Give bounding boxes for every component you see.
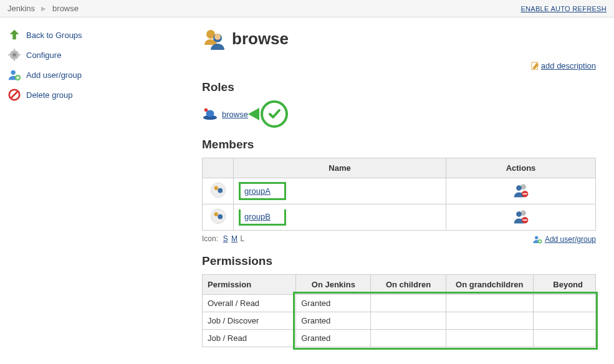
delete-group-link[interactable]: Delete group <box>26 90 72 100</box>
breadcrumb-jenkins[interactable]: Jenkins <box>7 4 35 13</box>
svg-rect-30 <box>522 219 527 221</box>
role-hat-icon <box>202 107 218 121</box>
perm-grand <box>446 312 533 330</box>
perm-beyond <box>533 312 595 330</box>
sidebar: Back to Groups Configure Add user/group … <box>0 17 193 360</box>
perm-children <box>371 295 446 312</box>
group-icon <box>202 26 227 51</box>
remove-user-icon[interactable] <box>512 209 530 224</box>
role-browse-link[interactable]: browse <box>222 110 248 119</box>
icon-size-l: L <box>240 234 244 243</box>
svg-point-19 <box>218 188 223 193</box>
callout-arrow-icon <box>248 108 259 120</box>
permissions-table: Permission On Jenkins On children On gra… <box>202 274 596 347</box>
group-icon <box>210 182 226 198</box>
perm-col-permission: Permission <box>203 275 296 295</box>
svg-line-9 <box>11 92 18 98</box>
icon-size-m[interactable]: M <box>231 234 237 243</box>
svg-rect-2 <box>14 49 15 51</box>
configure-link[interactable]: Configure <box>26 50 61 60</box>
edit-icon <box>531 62 540 70</box>
gear-icon <box>7 48 21 62</box>
members-col-name[interactable]: Name <box>234 158 446 178</box>
perm-children <box>371 330 446 347</box>
perm-grand <box>446 330 533 347</box>
svg-point-1 <box>12 53 16 57</box>
table-row: Job / Read Granted <box>203 330 596 347</box>
svg-point-28 <box>516 211 522 217</box>
check-badge-icon <box>261 100 288 128</box>
arrow-up-icon <box>7 28 21 42</box>
perm-children <box>371 312 446 330</box>
table-row: Overall / Read Granted <box>203 295 596 312</box>
perm-name: Overall / Read <box>203 295 296 312</box>
breadcrumb-browse[interactable]: browse <box>52 4 79 13</box>
add-user-group-link-bottom[interactable]: Add user/group <box>545 235 596 244</box>
perm-jenkins: Granted <box>296 295 371 312</box>
chevron-right-icon: ▶ <box>41 5 46 12</box>
svg-point-12 <box>214 34 221 40</box>
svg-point-16 <box>204 108 208 112</box>
perm-col-onjenkins: On Jenkins <box>296 275 371 295</box>
perm-col-onchildren: On children <box>371 275 446 295</box>
table-row: groupB <box>203 204 596 231</box>
svg-rect-3 <box>14 59 15 61</box>
perm-grand <box>446 295 533 312</box>
add-user-group-link[interactable]: Add user/group <box>26 70 82 80</box>
svg-point-6 <box>11 70 16 75</box>
svg-point-25 <box>214 213 218 217</box>
perm-col-ongrandchildren: On grandchildren <box>446 275 533 295</box>
perm-col-beyond: Beyond <box>533 275 595 295</box>
icon-size-label: Icon: <box>202 234 218 243</box>
perm-beyond <box>533 330 595 347</box>
add-description-link[interactable]: add description <box>541 61 596 70</box>
perm-beyond <box>533 295 595 312</box>
permissions-heading: Permissions <box>202 254 596 268</box>
members-col-actions[interactable]: Actions <box>446 158 596 178</box>
table-row: Job / Discover Granted <box>203 312 596 330</box>
add-user-icon <box>7 68 21 82</box>
members-col-icon <box>203 158 234 178</box>
svg-rect-5 <box>18 54 21 55</box>
group-icon <box>210 208 226 224</box>
perm-name: Job / Read <box>203 330 296 347</box>
perm-jenkins: Granted <box>296 312 371 330</box>
enable-auto-refresh-link[interactable]: ENABLE AUTO REFRESH <box>520 5 607 12</box>
svg-rect-23 <box>522 193 527 194</box>
icon-size-s[interactable]: S <box>223 234 228 243</box>
members-heading: Members <box>202 138 596 151</box>
table-row: groupA <box>203 178 596 204</box>
svg-point-21 <box>516 185 522 191</box>
roles-heading: Roles <box>202 80 596 94</box>
perm-jenkins: Granted <box>296 330 371 347</box>
svg-point-26 <box>218 214 223 219</box>
member-groupA-link[interactable]: groupA <box>244 186 271 196</box>
breadcrumb-bar: Jenkins ▶ browse ENABLE AUTO REFRESH <box>0 0 614 17</box>
perm-name: Job / Discover <box>203 312 296 330</box>
delete-icon <box>7 88 21 102</box>
remove-user-icon[interactable] <box>512 183 530 198</box>
members-table: Name Actions groupA <box>202 158 596 231</box>
page-title: browse <box>232 29 289 49</box>
svg-point-18 <box>214 186 218 191</box>
svg-point-31 <box>535 236 538 239</box>
back-to-groups-link[interactable]: Back to Groups <box>26 31 82 40</box>
svg-rect-4 <box>8 54 11 55</box>
member-groupB-link[interactable]: groupB <box>244 212 271 221</box>
add-user-icon <box>532 234 542 244</box>
main-content: browse add description Roles browse Memb… <box>193 17 605 360</box>
